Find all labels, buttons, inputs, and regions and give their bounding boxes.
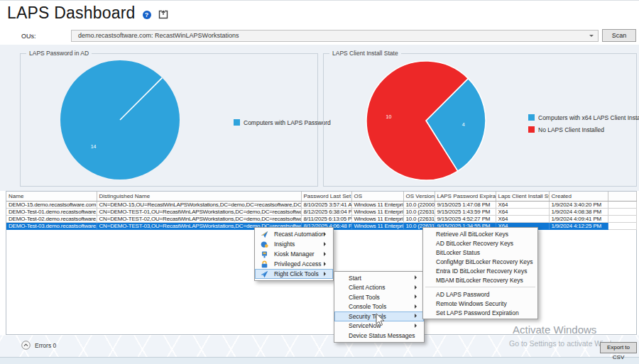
column-header-spacer[interactable] <box>608 192 636 201</box>
submenu-arrow-icon <box>415 324 419 328</box>
table-cell[interactable]: 9/15/2025 4:52:27 PM <box>435 215 496 222</box>
menu-item-label: Retrieve All BitLocker Keys <box>436 231 508 238</box>
menu-separator <box>425 287 535 287</box>
menu-item-client-actions[interactable]: Client Actions <box>334 283 424 293</box>
column-header-distinguished-name[interactable]: Distinguished Name <box>97 192 301 201</box>
menu-item-ad-laps-password[interactable]: AD LAPS Password <box>423 289 537 299</box>
column-header-name[interactable]: Name <box>6 192 97 201</box>
table-cell[interactable]: DEMO-Test-02.demo.recastsoftware.com <box>6 215 97 222</box>
help-icon[interactable]: ? <box>143 11 151 19</box>
table-cell[interactable]: 1/9/2024 3:40:20 PM <box>549 201 608 208</box>
column-header-os-version[interactable]: OS Version <box>403 192 435 201</box>
menu-item-label: Remote Windows Security <box>436 300 507 307</box>
table-cell[interactable] <box>608 222 636 229</box>
column-header-laps-client-install-state[interactable]: Laps Client Install State <box>496 192 549 201</box>
table-cell[interactable]: 10.0 (22631) <box>403 215 435 222</box>
bottom-status-bar <box>0 357 639 364</box>
export-to-csv-button[interactable]: Export to CSV <box>600 342 637 353</box>
table-cell[interactable]: 10.0 (22631) <box>403 208 435 215</box>
table-row-demo-test-01[interactable]: DEMO-Test-01.demo.recastsoftware.comCN=D… <box>6 208 636 215</box>
popout-icon[interactable] <box>158 9 168 19</box>
column-header-password-last-set[interactable]: Password Last Set <box>301 192 351 201</box>
menu-item-start[interactable]: Start <box>334 273 424 283</box>
table-row-demo-test-02[interactable]: DEMO-Test-02.demo.recastsoftware.comCN=D… <box>6 215 636 222</box>
submenu-arrow-icon <box>415 314 419 318</box>
client-install-chart-panel: LAPS Client Install State 410 Computers … <box>323 53 637 187</box>
charts-band: LAPS Password in AD 14 Computers with LA… <box>0 45 639 191</box>
table-cell[interactable]: X64 <box>496 215 549 222</box>
menu-item-entra-id-bitlocker-recovery-keys[interactable]: Entra ID BitLocker Recovery Keys <box>423 266 537 275</box>
menu-item-retrieve-all-bitlocker-keys[interactable]: Retrieve All BitLocker Keys <box>423 229 537 238</box>
chevron-down-icon <box>589 35 594 39</box>
table-row-demo-15[interactable]: DEMO-15.demo.recastsoftware.comCN=DEMO-1… <box>6 201 636 208</box>
table-cell[interactable]: CN=DEMO-TEST-01,OU=RecastWinLAPSWorkstat… <box>97 208 301 215</box>
legend-label: No LAPS Client Installed <box>538 126 604 133</box>
menu-item-label: AD BitLocker Recovery Keys <box>436 240 513 247</box>
ou-dropdown[interactable]: demo.recastsoftware.com: RecastWinLAPSWo… <box>71 30 599 42</box>
menu-item-console-tools[interactable]: Console Tools <box>334 302 424 312</box>
table-cell[interactable]: CN=DEMO-TEST-02,OU=RecastWinLAPSWorkstat… <box>97 215 301 222</box>
submenu-arrow-icon <box>324 242 328 246</box>
table-cell[interactable]: 1/9/2024 4:08:38 PM <box>549 208 608 215</box>
legend-label: Computers with LAPS Password <box>244 119 331 126</box>
errors-count-label: Errors 0 <box>35 342 56 349</box>
table-cell[interactable]: DEMO-Test-03.demo.recastsoftware.com <box>6 222 97 229</box>
menu-item-remote-windows-security[interactable]: Remote Windows Security <box>423 299 537 308</box>
table-cell[interactable]: CN=DEMO-15,OU=RecastWinLAPSWorkstations,… <box>97 201 301 208</box>
lock-icon <box>261 260 268 268</box>
table-cell[interactable]: 10.0 (22000) <box>403 201 435 208</box>
table-cell[interactable] <box>608 215 636 222</box>
menu-item-label: Console Tools <box>349 303 386 310</box>
table-cell[interactable]: 8/10/2025 3:57:41 AM <box>301 201 351 208</box>
table-cell[interactable]: Windows 11 Enterprise <box>351 215 403 222</box>
menu-item-label: BitLocker Status <box>436 249 480 256</box>
table-cell[interactable]: 8/11/2025 6:13:05 PM <box>301 215 351 222</box>
menu-item-kiosk-manager[interactable]: Kiosk Manager <box>255 249 333 259</box>
submenu-arrow-icon <box>324 232 328 236</box>
table-cell[interactable]: X64 <box>496 201 549 208</box>
menu-item-insights[interactable]: Insights <box>255 239 333 249</box>
table-cell[interactable] <box>608 201 636 208</box>
laps-dashboard-window: LAPS Dashboard ? OUs: demo.recastsoftwar… <box>0 0 639 364</box>
menu-item-configmgr-bitlocker-recovery-keys[interactable]: ConfigMgr BitLocker Recovery Keys <box>423 257 537 266</box>
right-click-tools-submenu: StartClient ActionsClient ToolsConsole T… <box>334 271 425 343</box>
legend-swatch <box>528 114 535 121</box>
menu-item-ad-bitlocker-recovery-keys[interactable]: AD BitLocker Recovery Keys <box>423 238 537 248</box>
menu-item-set-laps-password-expiration[interactable]: Set LAPS Password Expiration <box>423 308 537 317</box>
table-cell[interactable]: Windows 11 Enterprise <box>351 208 403 215</box>
column-header-created[interactable]: Created <box>549 192 608 201</box>
svg-text:10: 10 <box>386 114 392 119</box>
table-cell[interactable]: Windows 11 Enterprise <box>351 201 403 208</box>
menu-item-recast-automation[interactable]: Recast Automation <box>255 229 333 239</box>
table-cell[interactable] <box>608 208 636 215</box>
menu-item-label: AD LAPS Password <box>436 291 490 298</box>
laps-password-chart-panel: LAPS Password in AD 14 Computers with LA… <box>20 53 318 187</box>
menu-item-label: Start <box>349 275 361 282</box>
table-cell[interactable]: 9/15/2025 1:43:59 PM <box>435 208 496 215</box>
errors-expander[interactable]: Errors 0 <box>21 341 56 350</box>
legend-item-computers-with-laps-password: Computers with LAPS Password <box>234 116 331 128</box>
table-cell[interactable]: 1/9/2024 4:12:25 PM <box>549 222 608 229</box>
table-cell[interactable]: X64 <box>496 208 549 215</box>
menu-item-label: Kiosk Manager <box>274 250 315 258</box>
table-cell[interactable]: DEMO-15.demo.recastsoftware.com <box>6 201 97 208</box>
header: LAPS Dashboard ? <box>7 4 168 23</box>
menu-item-bitlocker-status[interactable]: BitLocker Status <box>423 248 537 257</box>
menu-item-right-click-tools[interactable]: Right Click Tools <box>255 269 333 279</box>
table-cell[interactable]: DEMO-Test-01.demo.recastsoftware.com <box>6 208 97 215</box>
table-cell[interactable]: 9/15/2025 1:47:08 PM <box>435 201 496 208</box>
menu-item-privileged-access[interactable]: Privileged Access <box>255 259 333 269</box>
table-cell[interactable]: Windows 11 Enterprise <box>351 222 403 229</box>
menu-item-mbam-bitlocker-recovery-keys[interactable]: MBAM BitLocker Recovery Keys <box>423 275 537 285</box>
insights-icon <box>261 241 268 248</box>
scan-button[interactable]: Scan <box>602 29 636 42</box>
menu-item-device-status-messages[interactable]: Device Status Messages <box>334 331 424 341</box>
column-header-laps-password-expiration[interactable]: LAPS Password Expiration <box>435 192 496 201</box>
menu-item-client-tools[interactable]: Client Tools <box>334 292 424 302</box>
table-cell[interactable]: 8/12/2025 6:38:04 PM <box>301 208 351 215</box>
table-body: DEMO-15.demo.recastsoftware.comCN=DEMO-1… <box>6 201 636 229</box>
table-cell[interactable]: 1/9/2024 4:09:41 PM <box>549 215 608 222</box>
menu-item-label: Insights <box>274 241 295 248</box>
table-header-row: NameDistinguished NamePassword Last SetO… <box>6 192 636 201</box>
column-header-os[interactable]: OS <box>351 192 403 201</box>
